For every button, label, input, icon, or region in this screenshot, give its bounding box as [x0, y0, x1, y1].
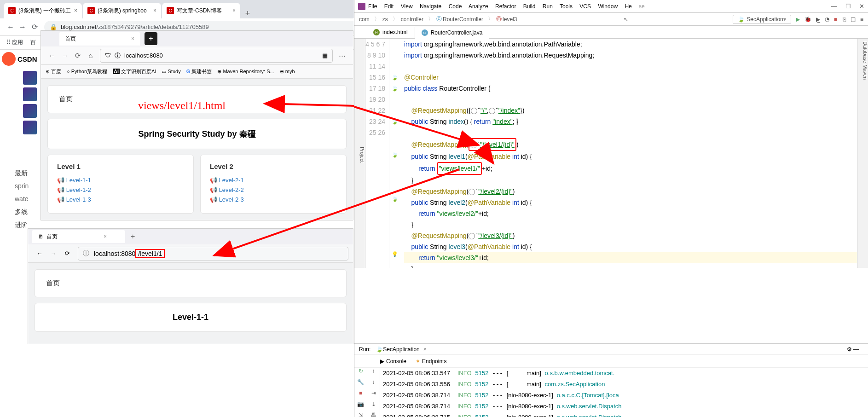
coverage-icon[interactable]: ▶̲ — [816, 16, 820, 23]
git-icon[interactable]: ⎘ — [843, 16, 846, 23]
code-content[interactable]: import org.springframework.web.bind.anno… — [400, 39, 857, 268]
menu-icon[interactable]: ⋯ — [336, 52, 348, 60]
minimize-icon[interactable]: — — [831, 3, 837, 10]
menu-window[interactable]: Window — [598, 3, 618, 10]
bookmark-item[interactable]: AI 文字识别百度AI — [113, 68, 156, 75]
apps-button[interactable]: ⠿ 应用 — [6, 39, 23, 46]
menu-code[interactable]: Code — [449, 3, 462, 10]
menu-vcs[interactable]: VCS — [579, 3, 591, 10]
breadcrumb[interactable]: RouterController — [443, 16, 483, 23]
settings-icon[interactable]: ≡ — [860, 16, 863, 23]
wrap-icon[interactable]: ⇥ — [367, 390, 380, 401]
new-tab-button[interactable]: + — [241, 9, 254, 18]
bookmark-item[interactable]: ○ Python菜鸟教程 — [67, 68, 107, 75]
breadcrumb[interactable]: zs — [382, 16, 388, 23]
level-link[interactable]: Level-2-2 — [210, 186, 337, 193]
print-icon[interactable]: 🖶 — [367, 412, 380, 417]
home-icon[interactable]: ⌂ — [84, 52, 97, 59]
scroll-icon[interactable]: ⤓ — [367, 401, 380, 412]
camera-icon[interactable]: 📷 — [354, 401, 367, 412]
bookmark-item[interactable]: ⊕ 百度 — [46, 68, 61, 75]
menu-refactor[interactable]: Refactor — [495, 3, 516, 10]
address-bar[interactable]: 🛡ⓘlocalhost:8080▦ — [100, 49, 333, 63]
project-tool-button[interactable]: Project — [354, 39, 365, 268]
close-icon[interactable]: × — [153, 7, 156, 14]
back-icon[interactable]: ← — [5, 23, 17, 31]
menu-edit[interactable]: Edit — [384, 3, 394, 10]
breadcrumb[interactable]: level3 — [503, 16, 517, 23]
close-icon[interactable]: × — [74, 7, 77, 14]
address-bar[interactable]: ⓘlocalhost:8080/level1/1 — [78, 247, 348, 261]
bookmark-item[interactable]: G 新建书签 — [186, 68, 212, 75]
menu-build[interactable]: Build — [523, 3, 536, 10]
maximize-icon[interactable]: ☐ — [845, 3, 851, 10]
editor-tab[interactable]: Hindex.html — [366, 26, 415, 38]
search-hint[interactable]: se — [639, 3, 645, 10]
forward-icon[interactable]: → — [17, 23, 29, 31]
endpoints-tab[interactable]: ✶Endpoints — [416, 358, 446, 365]
menu-run[interactable]: Run — [543, 3, 553, 10]
bookmark-item[interactable]: ⊕ Maven Repository: S... — [217, 69, 274, 75]
forward-icon[interactable]: → — [58, 52, 71, 59]
level-link[interactable]: Level-1-3 — [57, 196, 184, 203]
thumbnail[interactable] — [23, 71, 37, 85]
close-icon[interactable]: × — [232, 7, 236, 14]
code-editor[interactable]: 4 5 6 7 8 9 10 11 14 15 16 17 18 19 20 2… — [365, 39, 857, 268]
csdn-logo[interactable]: CSDN — [0, 50, 41, 68]
thumbnail[interactable] — [23, 104, 37, 118]
menu-tools[interactable]: Tools — [560, 3, 573, 10]
down-icon[interactable]: ↓ — [367, 379, 380, 390]
close-icon[interactable]: × — [131, 35, 134, 42]
breadcrumb[interactable]: controller — [401, 16, 423, 23]
menu-file[interactable]: File — [368, 3, 377, 10]
reload-icon[interactable]: ⟳ — [71, 52, 84, 60]
chrome-tab[interactable]: C(3条消息) 一个搬砖工× — [4, 3, 82, 18]
firefox-tab[interactable]: 🗎首页× — [32, 230, 125, 243]
reload-icon[interactable]: ⟳ — [60, 250, 74, 257]
exit-icon[interactable]: ⇲ — [354, 412, 367, 417]
close-icon[interactable]: ✕ — [859, 3, 864, 10]
level-link[interactable]: Level-1-2 — [57, 186, 184, 193]
bookmark-item[interactable]: 百 — [30, 39, 36, 46]
chrome-tab[interactable]: C(3条消息) springboo× — [83, 3, 161, 18]
close-icon[interactable]: × — [104, 233, 107, 240]
profile-icon[interactable]: ◔ — [825, 16, 829, 23]
console-tab[interactable]: ▶Console — [380, 358, 406, 365]
tool-icon[interactable]: 🔧 — [354, 379, 367, 390]
back-icon[interactable]: ← — [33, 250, 46, 257]
bookmark-item[interactable]: ▭ Study — [162, 69, 180, 75]
reload-icon[interactable]: ⟳ — [29, 23, 41, 31]
qr-icon[interactable]: ▦ — [322, 52, 328, 59]
run-config-selector[interactable]: 🍃SecApplication ▾ — [733, 15, 791, 24]
level-link[interactable]: Level-2-1 — [210, 177, 337, 184]
right-tool-buttons[interactable]: Database Maven — [857, 39, 868, 268]
gear-icon[interactable]: ⚙ — — [847, 346, 859, 353]
search-icon[interactable]: ◫ — [851, 16, 856, 23]
stop-icon[interactable]: ■ — [834, 16, 837, 23]
thumbnail[interactable] — [23, 87, 37, 101]
new-tab-button[interactable]: + — [145, 32, 157, 45]
menu-view[interactable]: View — [401, 3, 413, 10]
back-arrow-icon[interactable]: ↖ — [624, 16, 628, 23]
menu-help[interactable]: He — [625, 3, 631, 10]
stop-icon[interactable]: ■ — [354, 390, 367, 401]
up-icon[interactable]: ↑ — [367, 368, 380, 379]
breadcrumb[interactable]: com — [359, 16, 370, 23]
level-link[interactable]: Level-2-3 — [210, 196, 337, 203]
run-icon[interactable]: ▶ — [796, 16, 800, 23]
close-icon[interactable]: × — [423, 346, 427, 353]
firefox-tab[interactable]: 首页× — [59, 32, 140, 46]
thumbnail[interactable] — [23, 121, 37, 134]
menu-navigate[interactable]: Navigate — [420, 3, 441, 10]
console-output[interactable]: 2021-02-05 08:06:33.547 INFO 5152 --- [ … — [380, 368, 868, 417]
bookmark-item[interactable]: ⊕ myb — [280, 69, 295, 75]
chrome-tab[interactable]: C写文章-CSDN博客× — [162, 3, 240, 18]
menu-analyze[interactable]: Analyze — [469, 3, 488, 10]
debug-icon[interactable]: 🐞 — [804, 16, 811, 23]
level-link[interactable]: Level-1-1 — [57, 177, 184, 184]
forward-icon[interactable]: → — [46, 250, 60, 257]
rerun-icon[interactable]: ↻ — [354, 368, 367, 379]
editor-tab[interactable]: CRouterController.java — [415, 27, 490, 39]
back-icon[interactable]: ← — [46, 52, 58, 59]
new-tab-button[interactable]: + — [131, 232, 135, 241]
